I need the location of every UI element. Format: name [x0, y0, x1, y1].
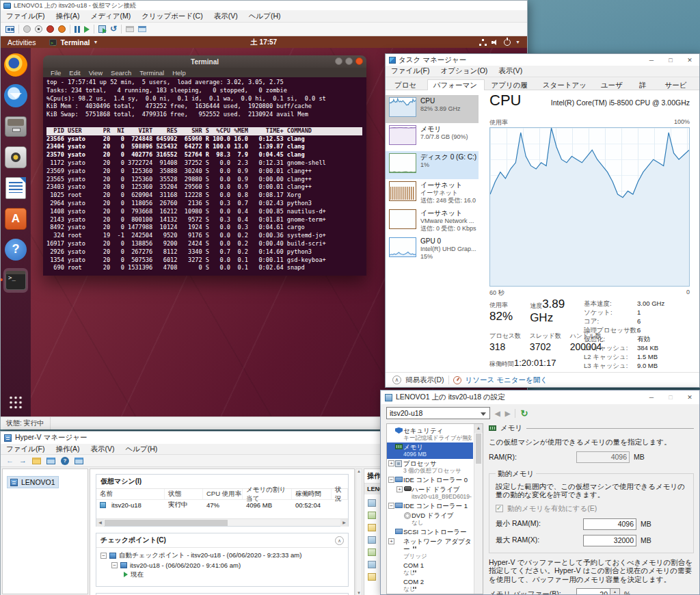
scroll-left-icon[interactable]: ◀	[96, 519, 104, 527]
simple-view-button[interactable]: 簡易表示(D)	[405, 375, 444, 385]
save-state-icon[interactable]	[58, 25, 66, 33]
cpu-usage-graph[interactable]	[489, 127, 690, 287]
menu-item[interactable]: View	[85, 69, 107, 77]
show-applications-icon[interactable]	[9, 395, 23, 410]
tab-app-history[interactable]: アプリの履歴	[485, 79, 536, 90]
clock[interactable]: 土 17:57	[251, 38, 277, 47]
scroll-down-icon[interactable]: ▼	[356, 591, 362, 595]
forward-icon[interactable]: →	[19, 457, 27, 464]
menu-item[interactable]: 表示(V)	[208, 10, 243, 23]
sidebar-item-disk0[interactable]: ディスク 0 (G: C:)1%	[386, 151, 479, 179]
maximize-icon[interactable]: □	[661, 54, 680, 66]
tab-users[interactable]: ユーザー	[595, 79, 632, 90]
pause-icon[interactable]	[75, 26, 80, 33]
memory-buffer-input[interactable]	[576, 588, 610, 594]
tree-item-network-adapter[interactable]: + ネットワーク アダプターブリッジ	[387, 537, 473, 561]
sidebar-item-ethernet-2[interactable]: イーサネットVMware Network ...送信: 0 受信: 0 Kbps	[386, 207, 479, 235]
sidebar-item-ethernet-1[interactable]: イーサネットイーサネット送信: 248 受信: 16.0 Kbps	[386, 179, 479, 207]
navigate-forward-icon[interactable]: ▶	[505, 410, 511, 417]
vm-table-columns[interactable]: 名前 状態 CPU 使用率 メモリの割り当て 稼働時間 状況	[96, 489, 348, 500]
menu-item[interactable]: Help	[168, 69, 190, 77]
tree-item-memory[interactable]: メモリ4096 MB	[387, 442, 473, 459]
scrollbar-thumb[interactable]	[105, 520, 228, 526]
horizontal-scrollbar[interactable]: ◀ ▶	[96, 518, 348, 526]
tab-details[interactable]: 詳細	[633, 79, 658, 90]
tree-item-ide-controller-0[interactable]: − IDE コントローラー 0	[387, 475, 473, 485]
action-icon[interactable]	[368, 573, 376, 581]
task-manager-titlebar[interactable]: タスク マネージャー ─ □ ✕	[386, 54, 699, 66]
terminal-titlebar[interactable]: Terminal	[43, 55, 366, 68]
vm-table-row[interactable]: itsv20-u18 実行中 47% 4096 MB 00:52:04	[96, 500, 348, 510]
system-tray[interactable]: ▼	[479, 39, 527, 46]
scroll-right-icon[interactable]: ▶	[340, 519, 348, 527]
menu-item[interactable]: メディア(M)	[85, 10, 136, 23]
sidebar-item-memory[interactable]: メモリ7.0/7.8 GB (90%)	[386, 123, 479, 151]
tree-item-dvd-drive[interactable]: DVD ドライブなし	[387, 511, 473, 527]
minimize-icon[interactable]: ─	[642, 54, 661, 66]
menu-item[interactable]: Terminal	[135, 69, 168, 77]
terminal-output[interactable]: top - 17:57:41 up 52 min, 5 users, load …	[43, 77, 366, 276]
minimize-icon[interactable]	[335, 57, 342, 65]
menu-item[interactable]: オプション(O)	[435, 65, 493, 77]
folder-icon[interactable]	[32, 458, 41, 464]
checkpoint-item[interactable]: − itsv20-u18 - (06/06/2020 - 9:41:06 am)	[100, 560, 344, 570]
app-menu[interactable]: >_ Terminal ▼	[42, 38, 105, 47]
action-icon[interactable]	[368, 561, 376, 568]
checkpoint-icon[interactable]	[98, 25, 106, 33]
scroll-up-icon[interactable]: ▲	[474, 424, 483, 433]
back-icon[interactable]: ←	[6, 457, 14, 464]
scroll-up-icon[interactable]: ▲	[356, 469, 362, 473]
action-icon[interactable]	[368, 512, 376, 519]
dock-item-help[interactable]: ?	[3, 237, 28, 262]
dock-item-firefox[interactable]	[3, 53, 28, 77]
checkpoint-item[interactable]: − 自動チェックポイント - itsv20-u18 - (06/06/2020 …	[100, 551, 344, 560]
ram-input[interactable]	[576, 451, 630, 463]
hyperv-titlebar[interactable]: Hyper-V マネージャー	[1, 432, 390, 444]
shutdown-icon[interactable]	[46, 25, 54, 33]
enhanced-session-icon[interactable]	[138, 26, 146, 32]
tree-item-com2[interactable]: COM 2なし	[387, 577, 473, 594]
tab-processes[interactable]: プロセス	[388, 79, 427, 90]
turn-off-icon[interactable]	[35, 25, 42, 33]
dock-item-libreoffice-writer[interactable]	[3, 176, 28, 200]
collapse-icon[interactable]: ∧	[335, 536, 344, 545]
collapse-toggle-icon[interactable]: −	[388, 477, 394, 483]
dock-item-rhythmbox[interactable]	[3, 145, 28, 170]
action-icon[interactable]	[368, 548, 376, 556]
tree-item-hard-drive[interactable]: + ハード ドライブitsv20-u18_B9ED6019-A19...	[387, 485, 473, 501]
tab-services[interactable]: サービス	[658, 79, 697, 90]
expand-icon[interactable]: +	[388, 538, 394, 544]
tree-item-security[interactable]: セキュリティキー記憶域ドライブが無効です	[387, 426, 473, 442]
maximize-icon[interactable]: □	[661, 392, 680, 404]
collapse-toggle-icon[interactable]: −	[100, 553, 107, 559]
close-icon[interactable]	[355, 57, 363, 65]
dock-item-thunderbird[interactable]	[3, 83, 28, 108]
start-icon[interactable]	[23, 25, 31, 33]
menu-item[interactable]: ヘルプ(H)	[120, 443, 163, 455]
enable-dynamic-memory-checkbox[interactable]	[496, 505, 503, 512]
basic-session-icon[interactable]	[126, 26, 134, 32]
close-icon[interactable]: ✕	[680, 392, 699, 404]
console-window-icon[interactable]	[46, 458, 55, 464]
minimize-icon[interactable]: ─	[642, 392, 661, 404]
resume-icon[interactable]	[84, 26, 90, 33]
console-window-icon[interactable]	[75, 458, 83, 464]
tab-performance[interactable]: パフォーマンス	[427, 79, 485, 90]
menu-item[interactable]: ファイル(F)	[386, 65, 435, 77]
collapse-toggle-icon[interactable]: −	[111, 562, 118, 568]
dock-item-terminal[interactable]: >_	[3, 268, 28, 293]
menu-item[interactable]: ファイル(F)	[1, 443, 50, 455]
maximize-icon[interactable]	[345, 57, 353, 65]
menu-item[interactable]: 操作(A)	[50, 443, 85, 455]
navigate-back-icon[interactable]: ◀	[495, 410, 500, 417]
resource-monitor-link[interactable]: リソース モニターを開く	[466, 375, 548, 385]
menu-item[interactable]: Edit	[65, 69, 84, 77]
help-icon[interactable]: ?	[61, 457, 69, 465]
tree-item-floppy[interactable]: フロッピー ディスク ドライブなし	[387, 594, 473, 594]
tree-item-com1[interactable]: COM 1なし	[387, 561, 473, 577]
vertical-scrollbar[interactable]: ▲▼	[355, 468, 362, 595]
tree-scrollbar[interactable]: ▲	[474, 424, 483, 594]
action-icon[interactable]	[368, 524, 376, 531]
max-ram-input[interactable]	[583, 535, 636, 546]
tree-item-scsi-controller[interactable]: SCSI コントローラー	[387, 527, 473, 537]
